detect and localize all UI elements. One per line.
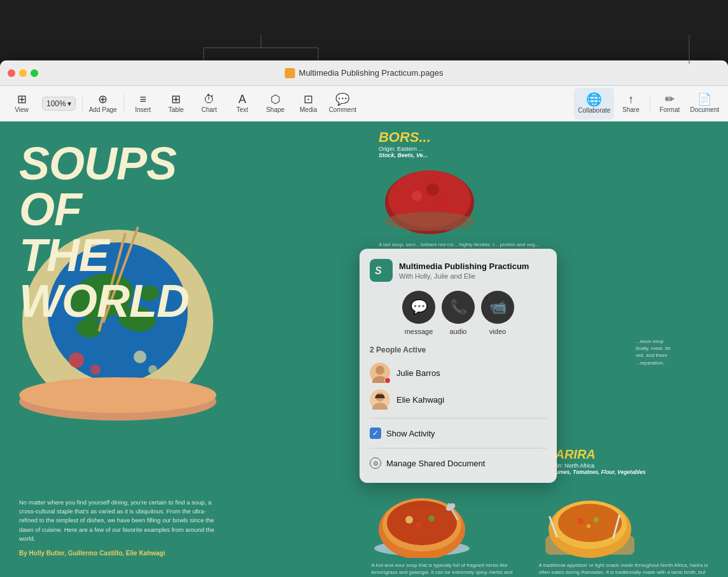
tooltip-right: Apri o chiudi la barra laterale Formato. <box>614 3 690 25</box>
borscht-origin: Origin: Eastern ... <box>379 146 699 152</box>
tooltip-bracket-svg <box>197 35 325 64</box>
video-label: video <box>489 328 506 335</box>
media-icon: ⊡ <box>304 94 313 105</box>
page-main-title: SOUPS OF THE WORLD <box>19 141 189 324</box>
shape-button[interactable]: ⬡ Shape <box>259 88 292 120</box>
audio-label: audio <box>450 328 467 335</box>
format-button[interactable]: ✏ Format <box>653 88 686 120</box>
svg-point-46 <box>375 366 384 375</box>
svg-point-29 <box>405 516 413 524</box>
tom-yum-desc: A hot-and-sour soup that is typically fu… <box>371 562 531 577</box>
document-button[interactable]: 📄 Document <box>686 88 723 120</box>
video-icon: 📹 <box>481 291 514 324</box>
harira-card: HARIRA Origin: North Africa Legumes, Tom… <box>546 447 706 475</box>
show-activity-label: Show Activity <box>386 429 435 438</box>
chart-button[interactable]: ⏱ Chart <box>193 88 226 120</box>
table-button[interactable]: ⊞ Table <box>160 88 193 120</box>
doc-page[interactable]: SOUPS OF THE WORLD <box>0 122 728 577</box>
tooltip-left: Aggiungi grafici, filmati e altro ancora… <box>178 3 255 25</box>
message-button[interactable]: 💬 message <box>402 291 435 335</box>
show-activity-row[interactable]: ✓ Show Activity <box>370 424 547 443</box>
tooltip-area: Aggiungi grafici, filmati e altro ancora… <box>0 0 728 64</box>
people-section: 2 People Active Julie Barros <box>370 345 547 413</box>
comment-icon: 💬 <box>335 94 349 105</box>
traffic-lights <box>8 69 38 77</box>
popup-doc-info: Multimedia Publishing Practicum With Hol… <box>399 261 529 280</box>
document-icon: 📄 <box>697 94 711 105</box>
borscht-desc: A tart soup, serv... brilliant red col..… <box>379 241 699 248</box>
svg-point-21 <box>412 191 422 201</box>
author-line: By Holly Butler, Guillermo Castillo, Eli… <box>19 548 223 558</box>
text-button[interactable]: A Text <box>226 88 259 120</box>
table-icon: ⊞ <box>171 94 181 105</box>
chevron-down-icon: ▾ <box>67 99 71 108</box>
view-icon: ⊞ <box>17 94 27 105</box>
harira-ingredients: Legumes, Tomatoes, Flour, Vegetables <box>546 469 706 475</box>
view-button[interactable]: ⊞ View <box>5 88 38 120</box>
share-icon: ↑ <box>628 94 634 105</box>
collaborate-popup: S Multimedia Publishing Practicum With H… <box>360 249 557 483</box>
svg-point-15 <box>69 352 84 368</box>
comment-button[interactable]: 💬 Comment <box>325 88 360 120</box>
audio-icon: 📞 <box>442 291 475 324</box>
svg-text:S: S <box>375 265 382 276</box>
message-label: message <box>405 328 433 335</box>
svg-point-14 <box>19 377 216 413</box>
popup-divider-2 <box>370 448 547 448</box>
tom-yum-bowl-container: A hot-and-sour soup that is typically fu… <box>371 488 531 558</box>
svg-point-39 <box>594 517 599 522</box>
fullscreen-button[interactable] <box>31 69 38 77</box>
document-content: SOUPS OF THE WORLD <box>0 122 728 577</box>
svg-point-17 <box>134 351 146 363</box>
close-button[interactable] <box>8 69 15 77</box>
body-text: No matter where you find yourself dining… <box>19 498 223 558</box>
svg-point-37 <box>558 504 622 542</box>
add-page-icon: ⊕ <box>98 94 108 105</box>
message-icon: 💬 <box>402 291 435 324</box>
svg-point-31 <box>416 522 421 527</box>
collaborate-button[interactable]: 🌐 Collaborate <box>574 88 614 120</box>
person-2-avatar-svg <box>370 389 390 410</box>
media-button[interactable]: ⊡ Media <box>292 88 325 120</box>
minimize-button[interactable] <box>19 69 27 77</box>
toolbar-divider-1 <box>82 94 83 113</box>
chart-icon: ⏱ <box>204 94 215 105</box>
format-icon: ✏ <box>665 94 675 105</box>
person-row-1: Julie Barros <box>370 359 547 386</box>
zoom-control[interactable]: 100% ▾ <box>42 97 76 111</box>
person-2-avatar <box>370 389 390 410</box>
svg-point-30 <box>428 515 435 522</box>
app-window: Multimedia Publishing Practicum.pages ⊞ … <box>0 60 728 577</box>
borscht-bowl-svg <box>379 161 480 237</box>
svg-point-40 <box>587 524 591 528</box>
titlebar: Multimedia Publishing Practicum.pages <box>0 60 728 86</box>
shape-icon: ⬡ <box>270 94 281 105</box>
zoom-button[interactable]: 100% ▾ <box>38 88 80 120</box>
manage-shared-row[interactable]: ⚙ Manage Shared Document <box>370 454 547 473</box>
svg-point-16 <box>90 365 101 375</box>
person-1-online-dot <box>384 377 391 384</box>
popup-divider <box>370 418 547 419</box>
insert-button[interactable]: ≡ Insert <box>127 88 160 120</box>
people-count: 2 People Active <box>370 345 547 354</box>
borscht-card: BORS... Origin: Eastern ... Stock, Beets… <box>379 129 699 248</box>
harira-bowl-svg <box>539 488 641 558</box>
harira-desc: A traditional appetizer or light snack m… <box>539 562 714 577</box>
manage-icon: ⚙ <box>370 457 381 469</box>
svg-point-22 <box>426 183 439 196</box>
person-2-name: Elie Kahwagi <box>396 395 444 405</box>
show-activity-checkbox[interactable]: ✓ <box>370 428 381 439</box>
window-title: Multimedia Publishing Practicum.pages <box>285 68 444 78</box>
toolbar-divider-3 <box>650 94 650 113</box>
svg-point-18 <box>148 365 157 374</box>
harira-name: HARIRA <box>546 447 706 462</box>
popup-doc-icon: S <box>370 259 393 282</box>
share-button[interactable]: ↑ Share <box>614 88 647 120</box>
right-desc-text: ...eous souptically, meat. Itsred, and t… <box>636 338 718 366</box>
video-button[interactable]: 📹 video <box>481 291 514 335</box>
collaborate-icon: 🌐 <box>586 93 602 106</box>
add-page-button[interactable]: ⊕ Add Page <box>85 88 121 120</box>
tooltip-right-line-svg <box>689 35 690 64</box>
audio-button[interactable]: 📞 audio <box>442 291 475 335</box>
text-icon: A <box>239 94 246 105</box>
